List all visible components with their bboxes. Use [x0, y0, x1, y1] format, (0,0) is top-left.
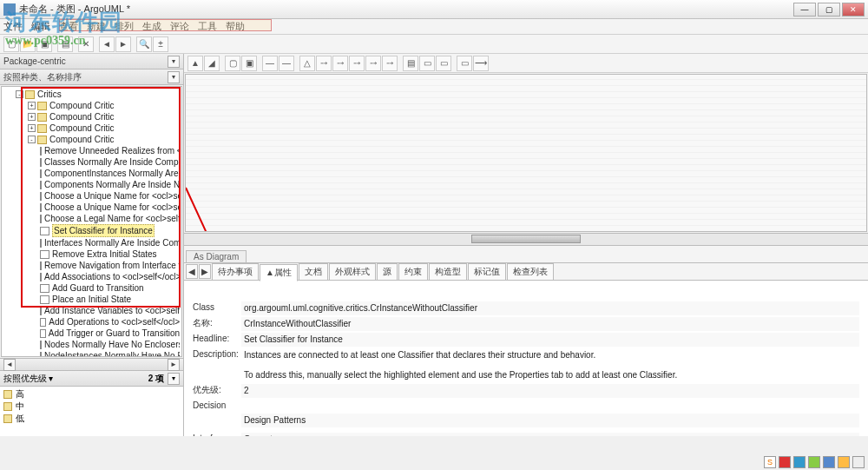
tree-item-11[interactable]: Add Associations to <ocl>self</ocl>	[3, 271, 180, 282]
palette-link[interactable]: ⟶	[473, 56, 489, 71]
tree-item-9[interactable]: Remove Extra Initial States	[3, 248, 180, 260]
palette-broom[interactable]: ◢	[204, 56, 220, 71]
tree-item-7[interactable]: Set Classifier for Instance	[3, 224, 180, 237]
tree-item-16[interactable]: Add Trigger or Guard to Transition	[3, 328, 180, 339]
tree-item-2[interactable]: ComponentInstances Normally Are Inside N…	[3, 168, 180, 179]
palette-attr[interactable]: ▤	[403, 56, 418, 71]
maximize-button[interactable]: ▢	[818, 3, 840, 17]
tree-compound-3[interactable]: +Compound Critic	[3, 122, 180, 134]
tree-item-13[interactable]: Place an Initial State	[3, 294, 180, 305]
val-description-2: To address this, manually select the hig…	[241, 364, 859, 382]
priority-high[interactable]: 高	[3, 388, 180, 400]
palette-comment[interactable]: ▭	[457, 56, 472, 71]
tree-item-3[interactable]: Components Normally Are Inside Nodes	[3, 179, 180, 190]
tree-item-17[interactable]: Nodes Normally Have No Enclosers	[3, 339, 180, 350]
palette-gen[interactable]: △	[299, 56, 315, 71]
menu-comment[interactable]: 评论	[170, 20, 189, 33]
tray-icon-6[interactable]	[852, 456, 865, 468]
tool-zoom[interactable]: ±	[153, 36, 168, 52]
tab-properties[interactable]: ▲属性	[260, 264, 298, 281]
tool-open[interactable]: 📂	[20, 36, 36, 52]
priority-dropdown[interactable]: ▾	[168, 373, 180, 385]
priority-low[interactable]: 低	[3, 413, 180, 425]
tray-icon-1[interactable]	[779, 456, 791, 468]
perspective-label[interactable]: Package-centric	[3, 56, 66, 66]
tray-icon-4[interactable]	[823, 456, 835, 468]
tab-style[interactable]: 外观样式	[329, 263, 376, 281]
menu-view[interactable]: 查看	[59, 20, 78, 33]
tab-source[interactable]: 源	[377, 263, 398, 281]
menu-new[interactable]: 新建	[87, 20, 106, 33]
tab-docs[interactable]: 文档	[299, 263, 328, 281]
tree-root[interactable]: -Critics	[3, 89, 180, 100]
menu-tools[interactable]: 工具	[198, 20, 217, 33]
tab-constraint[interactable]: 约束	[398, 263, 428, 281]
tab-nav-right[interactable]: ▶	[199, 264, 211, 279]
priority-medium[interactable]: 中	[3, 400, 180, 413]
tree-item-4[interactable]: Choose a Unique Name for <ocl>self</ocl>	[3, 190, 180, 202]
menu-generate[interactable]: 生成	[142, 20, 161, 33]
tab-checklist[interactable]: 检查列表	[507, 263, 554, 281]
tab-tagged[interactable]: 标记值	[468, 263, 506, 281]
order-label[interactable]: 按照种类、名称排序	[3, 71, 82, 83]
tree-scroll-left[interactable]: ◄	[3, 359, 16, 371]
val-interface: Correctness	[241, 433, 859, 436]
palette-dep[interactable]: ⤍	[316, 56, 332, 71]
menu-help[interactable]: 帮助	[226, 20, 245, 33]
tree-item-6[interactable]: Choose a Legal Name for <ocl>self</ocl>	[3, 213, 180, 224]
tool-save[interactable]: ▣	[36, 36, 52, 52]
tray-icon-3[interactable]	[808, 456, 820, 468]
tray-icon-2[interactable]	[793, 456, 806, 468]
tree-scroll-right[interactable]: ►	[168, 359, 180, 371]
palette-select[interactable]: ▲	[187, 56, 203, 71]
tool-find[interactable]: 🔍	[136, 36, 152, 52]
tray-icon-5[interactable]	[838, 456, 850, 468]
tab-nav-left[interactable]: ◀	[186, 264, 198, 279]
tree-compound-4[interactable]: -Compound Critic	[3, 134, 180, 145]
tree-compound-1[interactable]: +Compound Critic	[3, 100, 180, 111]
tab-todo[interactable]: 待办事项	[212, 263, 259, 281]
perspective-dropdown[interactable]: ▾	[168, 56, 180, 68]
priority-panel: ◄ ► 按照优先级 ▾ 2 项 ▾ 高 中 低	[0, 358, 183, 436]
tree-item-14[interactable]: Add Instance Variables to <ocl>self</ocl…	[3, 305, 180, 316]
tool-nav-fwd[interactable]: ►	[115, 36, 131, 52]
tree-item-0[interactable]: Remove Unneeded Realizes from <ocl>self<…	[3, 145, 180, 156]
palette-6[interactable]: ⤍	[382, 56, 398, 71]
palette-assoc2[interactable]: —	[279, 56, 294, 71]
priority-label[interactable]: 按照优先级	[3, 373, 47, 385]
tree-item-12[interactable]: Add Guard to Transition	[3, 282, 180, 294]
diagram-canvas[interactable]	[185, 74, 867, 232]
tool-nav-back[interactable]: ◄	[99, 36, 115, 52]
palette-package[interactable]: ▣	[241, 56, 257, 71]
palette-4[interactable]: ⤍	[349, 56, 365, 71]
palette-5[interactable]: ⤍	[365, 56, 381, 71]
tree-item-10[interactable]: Remove Navigation from Interface via Ass…	[3, 260, 180, 271]
canvas-scroll-h[interactable]	[184, 233, 868, 245]
tree-item-8[interactable]: Interfaces Normally Are Inside Component…	[3, 237, 180, 248]
palette-real[interactable]: ⤍	[332, 56, 348, 71]
lbl-interface: Interface	[193, 433, 241, 436]
menu-edit[interactable]: 编辑	[31, 20, 50, 33]
close-button[interactable]: ✕	[842, 3, 865, 17]
palette-assoc[interactable]: —	[262, 56, 278, 71]
tree-item-5[interactable]: Choose a Unique Name for <ocl>self</ocl>	[3, 202, 180, 213]
tree-panel[interactable]: -Critics +Compound Critic +Compound Crit…	[1, 86, 182, 357]
menu-arrange[interactable]: 排列	[115, 20, 134, 33]
minimize-button[interactable]: —	[793, 3, 816, 17]
tree-item-18[interactable]: NodeInstances Normally Have No Enclosers	[3, 350, 180, 357]
tray-ime[interactable]: S	[764, 456, 776, 468]
tab-stereotype[interactable]: 构造型	[429, 263, 467, 281]
tree-item-1[interactable]: Classes Normally Are Inside Components	[3, 156, 180, 168]
tool-delete[interactable]: ✕	[78, 36, 94, 52]
tool-print[interactable]: ▤	[57, 36, 73, 52]
diagram-tab-as[interactable]: As Diagram	[186, 250, 247, 262]
detail-tabs: ◀ ▶ 待办事项 ▲属性 文档 外观样式 源 约束 构造型 标记值 检查列表	[184, 263, 868, 281]
tree-compound-2[interactable]: +Compound Critic	[3, 111, 180, 122]
palette-assocclass[interactable]: ▭	[436, 56, 451, 71]
palette-op[interactable]: ▭	[419, 56, 435, 71]
menu-file[interactable]: 文件	[3, 20, 23, 33]
order-dropdown[interactable]: ▾	[168, 71, 180, 83]
palette-class[interactable]: ▢	[225, 56, 240, 71]
tree-item-15[interactable]: Add Operations to <ocl>self</ocl>	[3, 316, 180, 328]
tool-new[interactable]: ▢	[3, 36, 19, 52]
